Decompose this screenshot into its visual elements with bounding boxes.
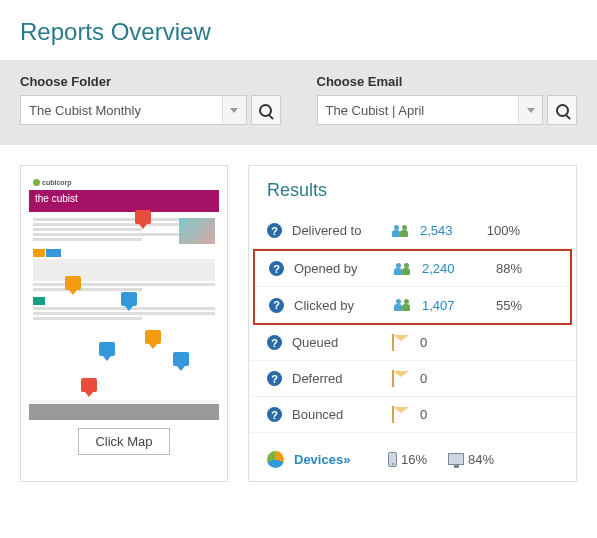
help-icon[interactable]: ? [267,371,282,386]
stat-value: 0 [420,335,474,350]
people-icon [394,299,422,311]
stat-label: Bounced [292,407,392,422]
help-icon[interactable]: ? [269,261,284,276]
stat-value[interactable]: 2,543 [420,223,474,238]
envelope-icon [392,406,394,423]
pie-chart-icon [267,451,284,468]
stat-row-bounced: ? Bounced 0 [249,397,576,433]
thumb-banner: the cubist [29,190,219,212]
heatmap-pin-icon [99,342,115,356]
stat-pct: 55% [476,298,522,313]
stat-pct: 100% [474,223,520,238]
heatmap-pin-icon [173,352,189,366]
stat-label: Queued [292,335,392,350]
stat-value[interactable]: 2,240 [422,261,476,276]
people-icon [394,263,422,275]
stat-row-delivered: ? Delivered to 2,543 100% [249,213,576,249]
devices-link[interactable]: Devices» [294,452,388,467]
heatmap-pin-icon [145,330,161,344]
stat-value[interactable]: 1,407 [422,298,476,313]
desktop-pct: 84% [468,452,494,467]
desktop-icon [448,453,464,465]
email-thumbnail: cubicorp the cubist [29,174,219,420]
email-search-button[interactable] [547,95,577,125]
stat-row-deferred: ? Deferred 0 [249,361,576,397]
stat-pct: 88% [476,261,522,276]
help-icon[interactable]: ? [267,407,282,422]
help-icon[interactable]: ? [267,335,282,350]
stat-label: Delivered to [292,223,392,238]
stat-label: Clicked by [294,298,394,313]
devices-row: Devices» 16% 84% [249,437,576,481]
email-label: Choose Email [317,74,578,89]
stat-value: 0 [420,407,474,422]
results-heading: Results [249,178,576,213]
search-icon [259,104,272,117]
logo-icon [33,179,40,186]
preview-panel: cubicorp the cubist [20,165,228,482]
stat-value: 0 [420,371,474,386]
folder-value: The Cubist Monthly [29,103,141,118]
highlight-box: ? Opened by 2,240 88% ? Clicked by 1,407… [253,249,572,325]
search-icon [556,104,569,117]
help-icon[interactable]: ? [267,223,282,238]
results-panel: Results ? Delivered to 2,543 100% ? Open… [248,165,577,482]
people-icon [392,225,420,237]
folder-filter: Choose Folder The Cubist Monthly [20,74,281,125]
folder-dropdown[interactable]: The Cubist Monthly [20,95,247,125]
filter-bar: Choose Folder The Cubist Monthly Choose … [0,60,597,145]
page-title: Reports Overview [0,0,597,60]
thumb-brand: cubicorp [42,179,72,186]
email-filter: Choose Email The Cubist | April [317,74,578,125]
chevron-down-icon [222,96,246,124]
click-map-button[interactable]: Click Map [78,428,169,455]
stat-label: Deferred [292,371,392,386]
heatmap-pin-icon [121,292,137,306]
heatmap-pin-icon [135,210,151,224]
heatmap-pin-icon [65,276,81,290]
stat-row-clicked: ? Clicked by 1,407 55% [255,287,570,323]
stat-row-opened: ? Opened by 2,240 88% [255,251,570,287]
envelope-icon [392,370,394,387]
stat-row-queued: ? Queued 0 [249,325,576,361]
mobile-icon [388,452,397,467]
email-value: The Cubist | April [326,103,425,118]
chevron-down-icon [518,96,542,124]
heatmap-pin-icon [81,378,97,392]
mobile-pct: 16% [401,452,427,467]
help-icon[interactable]: ? [269,298,284,313]
envelope-icon [392,334,394,351]
email-dropdown[interactable]: The Cubist | April [317,95,544,125]
folder-label: Choose Folder [20,74,281,89]
stat-label: Opened by [294,261,394,276]
folder-search-button[interactable] [251,95,281,125]
